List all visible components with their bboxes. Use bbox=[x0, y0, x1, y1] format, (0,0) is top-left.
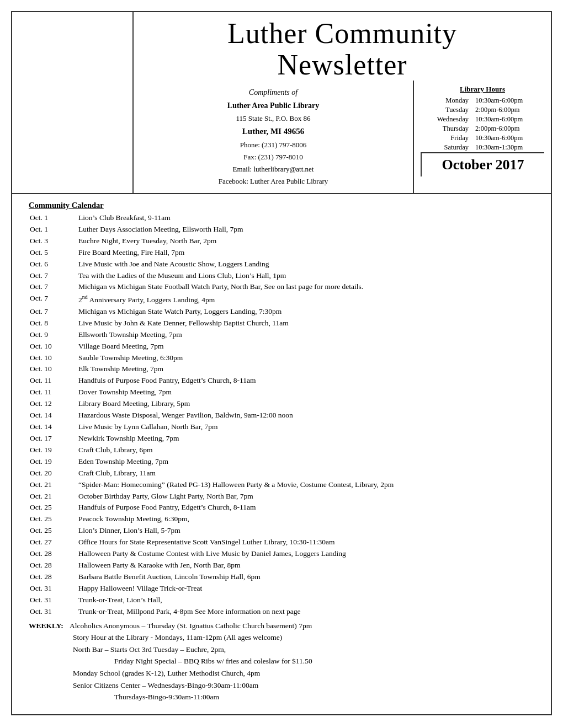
event-desc: Live Music with Joe and Nate Acoustic Sh… bbox=[62, 259, 534, 270]
event-date: Oct. 28 bbox=[29, 571, 62, 583]
compliments-label: Compliments of bbox=[142, 86, 405, 99]
event-date: Oct. 19 bbox=[29, 456, 62, 468]
calendar-row: Oct. 20Craft Club, Library, 11am bbox=[29, 468, 534, 479]
address1: 115 State St., P.O. Box 86 bbox=[142, 113, 405, 125]
event-desc: Halloween Party & Karaoke with Jen, Nort… bbox=[62, 560, 534, 571]
event-desc: Sauble Township Meeting, 6:30pm bbox=[62, 352, 534, 364]
library-hours-block: Library Hours Monday10:30am-6:00pmTuesda… bbox=[413, 81, 551, 193]
calendar-row: Oct. 3Euchre Night, Every Tuesday, North… bbox=[29, 235, 534, 247]
main-title: Luther Community Newsletter bbox=[134, 12, 551, 81]
event-desc: Library Board Meeting, Library, 5pm bbox=[62, 398, 534, 410]
email: Email: lutherlibrary@att.net bbox=[142, 163, 405, 175]
hours-time: 10:30am-6:00pm bbox=[473, 133, 544, 143]
weekly-item: North Bar – Starts Oct 3rd Tuesday – Euc… bbox=[29, 644, 534, 656]
calendar-row: Oct. 1Lion’s Club Breakfast, 9-11am bbox=[29, 212, 534, 224]
event-date: Oct. 7 bbox=[29, 293, 62, 306]
event-date: Oct. 27 bbox=[29, 537, 62, 548]
library-name: Luther Area Public Library bbox=[142, 99, 405, 113]
event-desc: Craft Club, Library, 11am bbox=[62, 468, 534, 479]
calendar-row: Oct. 31Trunk-or-Treat, Lion’s Hall, bbox=[29, 595, 534, 606]
hours-day: Tuesday bbox=[421, 105, 473, 115]
hours-day: Saturday bbox=[421, 143, 473, 152]
calendar-row: Oct. 31Happy Halloween! Village Trick-or… bbox=[29, 583, 534, 595]
body-section: Community Calendar Oct. 1Lion’s Club Bre… bbox=[12, 194, 551, 714]
hours-row: Saturday10:30am-1:30pm bbox=[421, 143, 544, 152]
event-date: Oct. 7 bbox=[29, 281, 62, 293]
event-desc: Handfuls of Purpose Food Pantry, Edgett’… bbox=[62, 502, 534, 513]
calendar-row: Oct. 7Michigan vs Michigan State Footbal… bbox=[29, 281, 534, 293]
weekly-row: WEEKLY: Alcoholics Anonymous – Thursday … bbox=[29, 620, 534, 632]
calendar-row: Oct. 21October Birthday Party, Glow Ligh… bbox=[29, 491, 534, 502]
calendar-row: Oct. 25Lion’s Dinner, Lion’s Hall, 5-7pm bbox=[29, 525, 534, 537]
community-calendar-title: Community Calendar bbox=[29, 201, 534, 210]
event-date: Oct. 21 bbox=[29, 491, 62, 502]
event-date: Oct. 1 bbox=[29, 212, 62, 224]
event-date: Oct. 14 bbox=[29, 421, 62, 433]
hours-row: Tuesday2:00pm-6:00pm bbox=[421, 105, 544, 115]
calendar-row: Oct. 28Halloween Party & Karaoke with Je… bbox=[29, 560, 534, 571]
weekly-item: Story Hour at the Library - Mondays, 11a… bbox=[29, 631, 534, 644]
weekly-item: Monday School (grades K-12), Luther Meth… bbox=[29, 667, 534, 679]
hours-time: 10:30am-1:30pm bbox=[473, 143, 544, 152]
event-desc: Hazardous Waste Disposal, Wenger Pavilio… bbox=[62, 410, 534, 421]
event-desc: Michigan vs Michigan State Watch Party, … bbox=[62, 306, 534, 318]
calendar-row: Oct. 12Library Board Meeting, Library, 5… bbox=[29, 398, 534, 410]
event-date: Oct. 10 bbox=[29, 341, 62, 352]
event-date: Oct. 31 bbox=[29, 606, 62, 618]
calendar-row: Oct. 72nd Anniversary Party, Loggers Lan… bbox=[29, 293, 534, 306]
calendar-row: Oct. 7Michigan vs Michigan State Watch P… bbox=[29, 306, 534, 318]
calendar-row: Oct. 28Barbara Battle Benefit Auction, L… bbox=[29, 571, 534, 583]
fax: Fax: (231) 797-8010 bbox=[142, 151, 405, 163]
weekly-item: Thursdays-Bingo-9:30am-11:00am bbox=[29, 691, 534, 703]
calendar-row: Oct. 10Elk Township Meeting, 7pm bbox=[29, 363, 534, 375]
weekly-section: WEEKLY: Alcoholics Anonymous – Thursday … bbox=[29, 620, 534, 703]
calendar-row: Oct. 10Sauble Township Meeting, 6:30pm bbox=[29, 352, 534, 364]
event-date: Oct. 28 bbox=[29, 548, 62, 560]
header-left-sidebar bbox=[12, 12, 134, 193]
compliments-block: Compliments of Luther Area Public Librar… bbox=[134, 81, 413, 193]
event-desc: 2nd Anniversary Party, Loggers Landing, … bbox=[62, 293, 534, 306]
hours-row: Friday10:30am-6:00pm bbox=[421, 133, 544, 143]
weekly-content-0: Alcoholics Anonymous – Thursday (St. Ign… bbox=[67, 620, 312, 632]
weekly-item: Friday Night Special – BBQ Ribs w/ fries… bbox=[29, 655, 534, 667]
calendar-row: Oct. 11Dover Township Meeting, 7pm bbox=[29, 387, 534, 398]
calendar-row: Oct. 8Live Music by John & Kate Denner, … bbox=[29, 318, 534, 329]
calendar-row: Oct. 31Trunk-or-Treat, Millpond Park, 4-… bbox=[29, 606, 534, 618]
page-container: Luther Community Newsletter Compliments … bbox=[11, 11, 552, 715]
hours-time: 10:30am-6:00pm bbox=[473, 115, 544, 124]
event-desc: Euchre Night, Every Tuesday, North Bar, … bbox=[62, 235, 534, 247]
calendar-row: Oct. 7Tea with the Ladies of the Museum … bbox=[29, 270, 534, 282]
header-section: Luther Community Newsletter Compliments … bbox=[12, 12, 551, 194]
hours-time: 2:00pm-6:00pm bbox=[473, 124, 544, 133]
event-date: Oct. 7 bbox=[29, 270, 62, 282]
event-desc: Live Music by Lynn Callahan, North Bar, … bbox=[62, 421, 534, 433]
hours-time: 2:00pm-6:00pm bbox=[473, 105, 544, 115]
event-desc: Lion’s Dinner, Lion’s Hall, 5-7pm bbox=[62, 525, 534, 537]
event-desc: Peacock Township Meeting, 6:30pm, bbox=[62, 513, 534, 525]
phone: Phone: (231) 797-8006 bbox=[142, 139, 405, 151]
calendar-row: Oct. 21“Spider-Man: Homecoming” (Rated P… bbox=[29, 479, 534, 491]
hours-row: Thursday2:00pm-6:00pm bbox=[421, 124, 544, 133]
event-date: Oct. 6 bbox=[29, 259, 62, 270]
hours-row: Wednesday10:30am-6:00pm bbox=[421, 115, 544, 124]
event-date: Oct. 10 bbox=[29, 363, 62, 375]
event-desc: Halloween Party & Costume Contest with L… bbox=[62, 548, 534, 560]
hours-title: Library Hours bbox=[421, 85, 544, 94]
calendar-row: Oct. 28Halloween Party & Costume Contest… bbox=[29, 548, 534, 560]
event-date: Oct. 19 bbox=[29, 445, 62, 456]
event-desc: Craft Club, Library, 6pm bbox=[62, 445, 534, 456]
calendar-row: Oct. 10Village Board Meeting, 7pm bbox=[29, 341, 534, 352]
event-desc: Luther Days Association Meeting, Ellswor… bbox=[62, 224, 534, 235]
event-date: Oct. 11 bbox=[29, 387, 62, 398]
header-main: Luther Community Newsletter Compliments … bbox=[134, 12, 551, 193]
event-date: Oct. 25 bbox=[29, 513, 62, 525]
event-desc: “Spider-Man: Homecoming” (Rated PG-13) H… bbox=[62, 479, 534, 491]
event-desc: Trunk-or-Treat, Lion’s Hall, bbox=[62, 595, 534, 606]
calendar-row: Oct. 25Peacock Township Meeting, 6:30pm, bbox=[29, 513, 534, 525]
facebook: Facebook: Luther Area Public Library bbox=[142, 175, 405, 188]
event-desc: Ellsworth Township Meeting, 7pm bbox=[62, 329, 534, 341]
address2: Luther, MI 49656 bbox=[142, 125, 405, 139]
hours-day: Wednesday bbox=[421, 115, 473, 124]
event-desc: Office Hours for State Representative Sc… bbox=[62, 537, 534, 548]
event-desc: Newkirk Township Meeting, 7pm bbox=[62, 433, 534, 445]
